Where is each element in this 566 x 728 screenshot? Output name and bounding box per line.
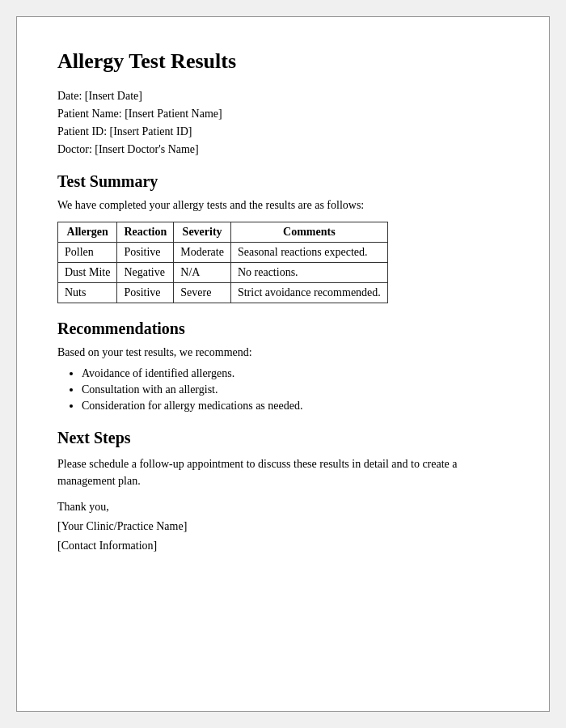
recommendations-list: Avoidance of identified allergens.Consul… [82, 367, 509, 413]
recommendations-intro: Based on your test results, we recommend… [57, 346, 509, 359]
list-item: Consultation with an allergist. [82, 383, 509, 396]
document-container: Allergy Test Results Date: [Insert Date]… [16, 16, 550, 712]
test-summary-intro: We have completed your allergy tests and… [57, 199, 509, 212]
patient-id-field: Patient ID: [Insert Patient ID] [57, 125, 509, 138]
list-item: Avoidance of identified allergens. [82, 367, 509, 380]
contact-info: [Contact Information] [57, 540, 509, 552]
clinic-name: [Your Clinic/Practice Name] [57, 520, 509, 533]
date-field: Date: [Insert Date] [57, 90, 509, 103]
main-title: Allergy Test Results [57, 49, 509, 74]
col-header-allergen: Allergen [58, 222, 117, 243]
allergy-results-table: Allergen Reaction Severity Comments Poll… [57, 222, 388, 303]
table-row: NutsPositiveSevereStrict avoidance recom… [58, 283, 388, 303]
patient-name-field: Patient Name: [Insert Patient Name] [57, 108, 509, 121]
next-steps-title: Next Steps [57, 429, 509, 447]
next-steps-text: Please schedule a follow-up appointment … [57, 455, 509, 489]
col-header-severity: Severity [174, 222, 231, 243]
col-header-reaction: Reaction [117, 222, 174, 243]
thank-you-text: Thank you, [57, 501, 509, 514]
table-row: PollenPositiveModerateSeasonal reactions… [58, 243, 388, 263]
col-header-comments: Comments [230, 222, 387, 243]
recommendations-title: Recommendations [57, 320, 509, 338]
table-row: Dust MiteNegativeN/ANo reactions. [58, 263, 388, 283]
footer-section: Thank you, [Your Clinic/Practice Name] [… [57, 501, 509, 552]
test-summary-title: Test Summary [57, 172, 509, 191]
doctor-field: Doctor: [Insert Doctor's Name] [57, 143, 509, 156]
list-item: Consideration for allergy medications as… [82, 400, 509, 413]
meta-section: Date: [Insert Date] Patient Name: [Inser… [57, 90, 509, 156]
